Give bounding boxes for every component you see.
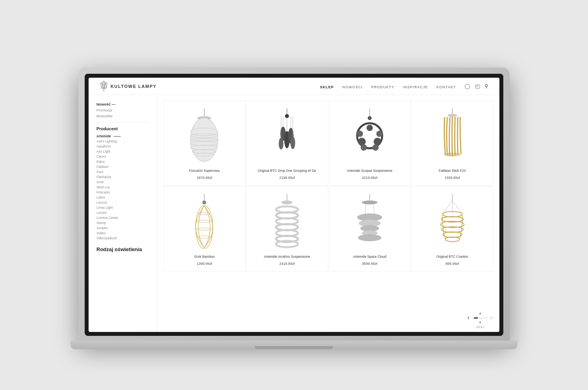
product-card-btc-cranton[interactable]: Original BTC Cranton899.99zł <box>411 186 493 272</box>
product-card-artemide-incalmo[interactable]: Artemide Incalmo Sospensione2419.99zł <box>246 186 328 272</box>
navigation: KULTOWE LAMPY SKLEP NOWOŚCI PRODUKTY <box>89 78 499 95</box>
product-image <box>169 107 240 164</box>
producer-label: Ideal Lux <box>96 185 110 189</box>
product-name: Artemide Incalmo Sospensione <box>264 255 310 259</box>
product-card-artemide-scopas[interactable]: Artemide Scopas Sospensione4219.99zł <box>329 100 411 186</box>
producer-label: Fabbian <box>96 165 109 169</box>
svg-point-46 <box>197 236 212 238</box>
producer-item-artemide[interactable]: Artemide <box>96 134 149 138</box>
producer-item-slamp[interactable]: Slamp <box>96 221 149 225</box>
producer-item-labra[interactable]: Labra <box>96 195 149 199</box>
logo-icon <box>100 81 108 92</box>
producer-item-sonpex[interactable]: Sonpex <box>96 226 149 230</box>
product-card-fabbian-stick[interactable]: Fabbian Stick F231559.99zł <box>411 100 493 186</box>
producer-label: Villeroy&Boch <box>96 236 117 240</box>
filter-nowosc[interactable]: Nowość — <box>96 102 149 106</box>
producer-item-ideallux[interactable]: Ideal Lux <box>96 185 149 189</box>
sidebar: Nowość — Promocja Bestseller Producent A… <box>89 95 157 332</box>
svg-point-33 <box>357 131 363 137</box>
svg-point-55 <box>276 241 298 247</box>
search-icon[interactable]: ⚲ <box>485 83 488 89</box>
logo[interactable]: KULTOWE LAMPY <box>100 81 157 92</box>
nav-item-produkty[interactable]: PRODUKTY <box>371 83 394 90</box>
logo-text: KULTOWE LAMPY <box>111 84 157 89</box>
producer-label: Sonpex <box>96 226 108 230</box>
svg-point-62 <box>358 234 381 241</box>
producer-item-villeroy[interactable]: Villeroy&Boch <box>96 236 149 240</box>
producer-label: Flash&Dq <box>96 175 111 179</box>
svg-rect-2 <box>105 82 107 88</box>
producer-label: Foscarini <box>96 190 110 194</box>
svg-point-57 <box>362 200 377 204</box>
user-icon[interactable]: ◯ <box>465 83 470 89</box>
nav-icons: ◯ ◰ ⚲ <box>465 83 488 89</box>
items-per-page: 12 <box>490 316 493 320</box>
filter-bestseller[interactable]: Bestseller <box>96 114 149 118</box>
producer-item-fabbian[interactable]: Fabbian <box>96 165 149 169</box>
producer-item-aquaform[interactable]: Aquaform <box>96 144 149 148</box>
product-area: Foscarini Supernova1870.99zł Original BT… <box>157 95 499 308</box>
cart-icon[interactable]: ◰ <box>475 83 480 89</box>
producer-label: Leucos <box>96 200 107 204</box>
product-card-foscarini-supernova[interactable]: Foscarini Supernova1870.99zł <box>163 100 245 186</box>
producer-item-foscarini[interactable]: Foscarini <box>96 190 149 194</box>
producer-item-astro[interactable]: Astro Lighting <box>96 139 149 143</box>
producer-item-lumen[interactable]: Lumen <box>96 211 149 215</box>
producer-item-grok[interactable]: Grok <box>96 180 149 184</box>
svg-point-43 <box>198 212 210 215</box>
svg-point-73 <box>443 232 462 237</box>
producer-label: Viabui <box>96 231 105 235</box>
product-name: Grok Bamboo <box>194 255 214 259</box>
product-card-btc-drop-one[interactable]: Original BTC Drop One Grouping of Six219… <box>246 100 328 186</box>
producer-item-faro[interactable]: Faro <box>96 170 149 174</box>
product-card-grok-bamboo[interactable]: Grok Bamboo1399.99zł <box>163 186 245 272</box>
producer-item-flash[interactable]: Flash&Dq <box>96 175 149 179</box>
product-image <box>334 193 406 250</box>
svg-point-44 <box>196 220 212 222</box>
svg-rect-1 <box>101 82 103 88</box>
page-down-icon[interactable]: ▼ <box>479 321 482 324</box>
nav-item-kontakt[interactable]: KONTAKT <box>437 83 456 90</box>
producer-label: Lumen <box>96 211 107 215</box>
producer-item-viabui[interactable]: Viabui <box>96 231 149 235</box>
producer-label: Faro <box>96 170 103 174</box>
nav-item-inspiracje[interactable]: INSPIRACJE <box>403 83 428 90</box>
product-name: Foscarini Supernova <box>189 169 220 173</box>
current-page: 3 <box>467 316 469 320</box>
producer-item-linealight[interactable]: Linea Light <box>96 206 149 210</box>
nav-item-nowosci[interactable]: NOWOŚCI <box>343 83 363 90</box>
producer-label: Aquaform <box>96 144 111 148</box>
product-image <box>416 193 488 250</box>
product-image <box>169 193 240 250</box>
svg-point-35 <box>361 144 367 151</box>
page-up-icon[interactable]: ▲ <box>479 311 482 315</box>
producer-label: Eqlux <box>96 160 105 164</box>
product-image <box>251 107 323 164</box>
producer-item-axo[interactable]: Axo Light <box>96 149 149 153</box>
producent-heading: Producent <box>96 126 149 131</box>
product-price: 1399.99zł <box>197 262 212 266</box>
svg-rect-0 <box>103 81 105 88</box>
nav-links: SKLEP NOWOŚCI PRODUKTY INSPIRACJE KONTAK <box>320 83 456 90</box>
nav-item-sklep[interactable]: SKLEP <box>320 83 334 90</box>
product-name: Artemide Space Cloud <box>353 255 386 259</box>
product-price: 2199.99zł <box>279 176 295 180</box>
product-card-artemide-space-cloud[interactable]: Artemide Space Cloud3599.99zł <box>329 186 411 272</box>
page-total: 3/117 <box>476 325 484 329</box>
producer-label: Cleoni <box>96 155 106 159</box>
producer-item-luminacenter[interactable]: Lumina Center <box>96 216 149 220</box>
product-price: 1559.99zł <box>445 176 460 180</box>
svg-point-41 <box>202 200 206 204</box>
pagination-area: ▲ 3 12 ▼ 3/117 <box>157 308 499 332</box>
producer-item-leucos[interactable]: Leucos <box>96 200 149 204</box>
producer-label: Labra <box>96 195 105 199</box>
pagination-controls: ▲ 3 12 ▼ 3/117 <box>467 311 493 329</box>
filter-section: Nowość — Promocja Bestseller <box>96 102 149 118</box>
producer-item-cleoni[interactable]: Cleoni <box>96 155 149 159</box>
product-image <box>416 107 488 164</box>
product-price: 2419.99zł <box>279 262 295 266</box>
svg-point-34 <box>376 131 383 137</box>
filter-promocja[interactable]: Promocja <box>96 108 149 112</box>
product-price: 3599.99zł <box>362 262 377 266</box>
producer-item-eqlux[interactable]: Eqlux <box>96 160 149 164</box>
